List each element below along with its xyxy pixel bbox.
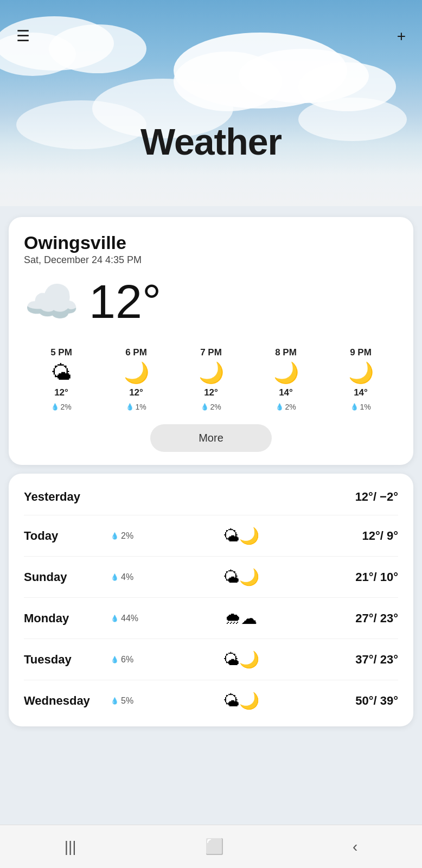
current-weather-card: Owingsville Sat, December 24 4:35 PM ☁️ … xyxy=(9,217,413,465)
hour-label: 7 PM xyxy=(200,347,222,358)
hour-precip: 💧2% xyxy=(276,403,296,411)
drop-icon: 💧 xyxy=(111,532,119,540)
forecast-precip: 💧6% xyxy=(111,655,159,665)
current-weather-icon: ☁️ xyxy=(24,279,79,324)
hour-label: 9 PM xyxy=(350,347,372,358)
hour-item: 5 PM 🌤 12° 💧2% xyxy=(24,347,99,411)
hour-item: 7 PM 🌙 12° 💧2% xyxy=(174,347,248,411)
forecast-precip: 💧2% xyxy=(111,531,159,541)
page-title: Weather xyxy=(0,120,422,163)
hour-icon: 🌤 xyxy=(51,362,72,383)
hour-temp: 14° xyxy=(354,387,368,398)
forecast-row: Monday 💧44% 🌧☁ 27°/ 23° xyxy=(24,598,398,639)
svg-point-2 xyxy=(239,49,369,103)
forecast-precip: 💧5% xyxy=(111,696,159,706)
forecast-card: Yesterday 12°/ −2° Today 💧2% 🌤🌙 12°/ 9° … xyxy=(9,474,413,726)
forecast-day: Monday xyxy=(24,611,111,626)
add-icon[interactable]: + xyxy=(397,28,406,45)
svg-point-1 xyxy=(174,52,282,111)
forecast-row: Sunday 💧4% 🌤🌙 21°/ 10° xyxy=(24,557,398,598)
forecast-row: Wednesday 💧5% 🌤🌙 50°/ 39° xyxy=(24,680,398,721)
hour-temp: 12° xyxy=(54,387,68,398)
drop-icon: 💧 xyxy=(111,656,119,663)
hour-icon: 🌙 xyxy=(199,362,224,383)
forecast-temps: 37°/ 23° xyxy=(322,653,398,667)
forecast-day: Sunday xyxy=(24,570,111,584)
sky-header: ☰ + Weather xyxy=(0,0,422,206)
svg-point-3 xyxy=(298,62,396,111)
hour-temp: 12° xyxy=(129,387,143,398)
forecast-temps: 21°/ 10° xyxy=(322,570,398,584)
forecast-temps: 12°/ −2° xyxy=(322,490,398,504)
location-date: Sat, December 24 4:35 PM xyxy=(24,254,398,266)
bottom-nav: ||| ⬜ ‹ xyxy=(0,825,422,868)
forecast-day: Tuesday xyxy=(24,653,111,667)
hour-item: 9 PM 🌙 14° 💧1% xyxy=(323,347,398,411)
hour-precip: 💧2% xyxy=(201,403,221,411)
back-button[interactable]: ‹ xyxy=(336,833,374,861)
more-button[interactable]: More xyxy=(150,424,272,452)
hour-icon: 🌙 xyxy=(124,362,149,383)
forecast-temps: 50°/ 39° xyxy=(322,694,398,708)
home-button[interactable]: ⬜ xyxy=(189,832,240,861)
hour-item: 8 PM 🌙 14° 💧2% xyxy=(248,347,323,411)
hourly-row: 5 PM 🌤 12° 💧2% 6 PM 🌙 12° 💧1% 7 PM 🌙 12°… xyxy=(24,342,398,411)
drop-icon: 💧 xyxy=(111,697,119,705)
forecast-row: Tuesday 💧6% 🌤🌙 37°/ 23° xyxy=(24,639,398,680)
forecast-precip: 💧44% xyxy=(111,614,159,623)
hour-label: 6 PM xyxy=(125,347,147,358)
current-temp: 12° xyxy=(89,278,161,326)
forecast-row: Yesterday 12°/ −2° xyxy=(24,479,398,515)
forecast-temps: 12°/ 9° xyxy=(322,529,398,543)
hour-icon: 🌙 xyxy=(348,362,374,383)
drop-icon: 💧 xyxy=(201,403,209,411)
forecast-icons: 🌧☁ xyxy=(159,609,322,628)
forecast-icons: 🌤🌙 xyxy=(159,567,322,586)
forecast-row: Today 💧2% 🌤🌙 12°/ 9° xyxy=(24,515,398,557)
hour-label: 8 PM xyxy=(275,347,297,358)
recent-apps-button[interactable]: ||| xyxy=(48,833,93,861)
hour-precip: 💧1% xyxy=(350,403,370,411)
forecast-day: Yesterday xyxy=(24,490,111,504)
forecast-icons: 🌤🌙 xyxy=(159,526,322,545)
menu-icon[interactable]: ☰ xyxy=(16,27,30,45)
drop-icon: 💧 xyxy=(350,403,359,411)
hour-icon: 🌙 xyxy=(273,362,299,383)
drop-icon: 💧 xyxy=(111,615,119,622)
forecast-temps: 27°/ 23° xyxy=(322,611,398,626)
drop-icon: 💧 xyxy=(276,403,284,411)
hour-precip: 💧1% xyxy=(126,403,146,411)
forecast-icons: 🌤🌙 xyxy=(159,691,322,710)
hour-temp: 14° xyxy=(279,387,293,398)
drop-icon: 💧 xyxy=(126,403,134,411)
current-weather: ☁️ 12° xyxy=(24,278,398,326)
hour-temp: 12° xyxy=(204,387,218,398)
location-name: Owingsville xyxy=(24,232,398,253)
hour-label: 5 PM xyxy=(50,347,72,358)
top-bar: ☰ + xyxy=(0,0,422,45)
forecast-precip: 💧4% xyxy=(111,572,159,582)
hour-precip: 💧2% xyxy=(51,403,71,411)
forecast-icons: 🌤🌙 xyxy=(159,650,322,669)
drop-icon: 💧 xyxy=(111,573,119,581)
forecast-day: Wednesday xyxy=(24,694,111,708)
drop-icon: 💧 xyxy=(51,403,59,411)
forecast-day: Today xyxy=(24,529,111,543)
content-area: Owingsville Sat, December 24 4:35 PM ☁️ … xyxy=(0,206,422,737)
hour-item: 6 PM 🌙 12° 💧1% xyxy=(99,347,174,411)
